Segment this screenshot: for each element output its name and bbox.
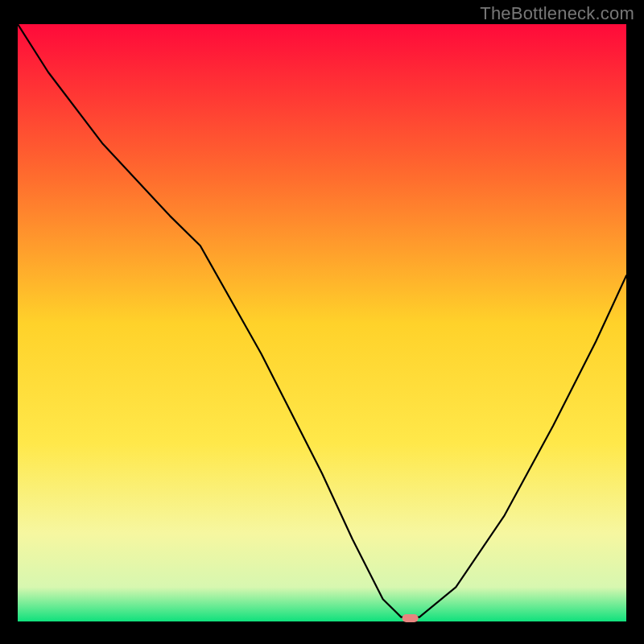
- sweet-spot-marker: [402, 614, 419, 622]
- bottleneck-plot: [18, 24, 626, 623]
- chart-frame: TheBottleneck.com: [0, 0, 644, 644]
- gradient-background: [18, 24, 626, 623]
- watermark-text: TheBottleneck.com: [480, 3, 634, 24]
- plot-svg: [18, 24, 626, 623]
